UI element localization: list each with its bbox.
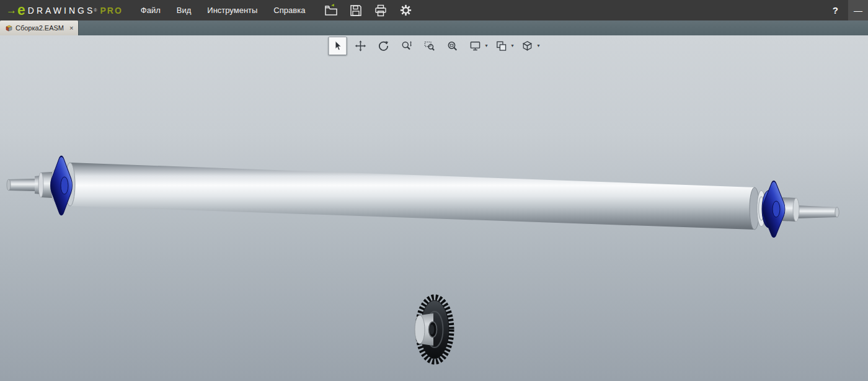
- pan-tool-button[interactable]: [351, 37, 370, 55]
- display-mode-icon: [495, 40, 507, 52]
- logo-arrow-icon: →: [6, 5, 17, 16]
- right-bearing-assembly[interactable]: [757, 177, 839, 241]
- window-controls: ? —: [823, 0, 868, 20]
- view-orientation-button[interactable]: [466, 37, 484, 55]
- view-orientation-group: ▾: [466, 37, 487, 55]
- options-button[interactable]: [397, 2, 414, 19]
- tab-file-icon: [5, 24, 12, 32]
- zoom-fit-tool-button[interactable]: [443, 37, 461, 55]
- open-icon: [324, 4, 338, 17]
- logo-registered-mark: ®: [94, 8, 97, 12]
- edrawings-logo: → e DRAWINGS ® PRO: [6, 3, 123, 17]
- rotate-tool-button[interactable]: [374, 37, 392, 55]
- minimize-button[interactable]: —: [848, 0, 868, 20]
- logo-edition: PRO: [100, 6, 122, 16]
- zoom-area-tool-button[interactable]: [420, 37, 438, 55]
- gear-icon: [399, 3, 413, 17]
- document-tabbar: Сборка2.EASM ×: [0, 20, 868, 35]
- sprocket[interactable]: [415, 297, 451, 362]
- logo-name: DRAWINGS: [28, 6, 95, 16]
- menu-file[interactable]: Файл: [133, 0, 169, 20]
- roller-tube[interactable]: [65, 163, 760, 230]
- display-mode-group: ▾: [492, 37, 513, 55]
- menu-help[interactable]: Справка: [265, 0, 313, 20]
- standard-views-caret-icon[interactable]: ▾: [538, 43, 540, 48]
- display-mode-button[interactable]: [492, 37, 510, 55]
- view-toolbar: ▾ ▾ ▾: [328, 37, 539, 55]
- viewport-canvas[interactable]: ▾ ▾ ▾: [0, 35, 868, 381]
- print-icon: [374, 4, 388, 17]
- document-tab[interactable]: Сборка2.EASM ×: [0, 20, 79, 35]
- cursor-icon: [331, 40, 343, 52]
- save-button[interactable]: [348, 2, 364, 19]
- cube-icon: [521, 40, 534, 52]
- zoom-tool-button[interactable]: [397, 37, 415, 55]
- menubar: → e DRAWINGS ® PRO Файл Вид Инструменты …: [0, 0, 868, 20]
- zoom-fit-icon: [446, 40, 458, 52]
- left-bearing-assembly[interactable]: [7, 153, 74, 219]
- display-mode-caret-icon[interactable]: ▾: [511, 43, 513, 48]
- select-tool-button[interactable]: [328, 37, 347, 55]
- view-orientation-caret-icon[interactable]: ▾: [485, 43, 487, 48]
- pan-icon: [354, 40, 366, 52]
- monitor-icon: [469, 40, 481, 52]
- open-button[interactable]: [323, 2, 339, 19]
- menu-view[interactable]: Вид: [169, 0, 200, 20]
- menu-tools[interactable]: Инструменты: [199, 0, 265, 20]
- zoom-area-icon: [423, 40, 435, 52]
- tab-label: Сборка2.EASM: [16, 24, 64, 32]
- quick-actions: [323, 2, 414, 19]
- standard-views-group: ▾: [518, 37, 540, 55]
- 3d-scene: [0, 35, 868, 381]
- tab-close-icon[interactable]: ×: [69, 24, 73, 32]
- help-button[interactable]: ?: [823, 5, 848, 16]
- logo-e: e: [17, 3, 25, 17]
- zoom-icon: [400, 40, 412, 52]
- save-icon: [349, 4, 363, 17]
- print-button[interactable]: [373, 2, 389, 19]
- rotate-icon: [377, 40, 389, 52]
- menu-strip: Файл Вид Инструменты Справка: [133, 0, 314, 20]
- standard-views-button[interactable]: [518, 37, 537, 55]
